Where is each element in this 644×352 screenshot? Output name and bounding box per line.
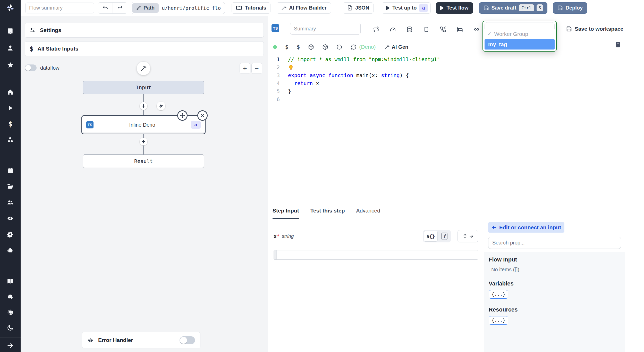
book-open-icon xyxy=(236,5,242,11)
search-prop-input[interactable] xyxy=(488,237,621,249)
step-node-selected[interactable]: TS Inline Deno a xyxy=(81,115,206,134)
bot-icon[interactable] xyxy=(5,247,15,254)
step-id-badge: a xyxy=(191,121,201,129)
error-handler-card[interactable]: Error Handler xyxy=(82,332,200,348)
typescript-badge: TS xyxy=(86,121,94,128)
windmill-logo[interactable] xyxy=(0,0,21,16)
kbd-s: S xyxy=(537,4,543,11)
audit-eye-icon[interactable] xyxy=(5,215,15,222)
sleep-bed-icon[interactable] xyxy=(457,26,463,32)
variables-dollar-icon[interactable]: $ xyxy=(5,120,15,128)
docs-book-icon[interactable] xyxy=(5,278,15,285)
delete-step-button[interactable] xyxy=(197,110,208,121)
variables-object-chip[interactable]: {...} xyxy=(489,290,508,299)
step-editor: TS Save to workspace $ $ (Deno) xyxy=(268,16,644,352)
worker-group-option[interactable]: ✓ Worker Group xyxy=(484,29,555,39)
tab-advanced[interactable]: Advanced xyxy=(356,203,380,219)
favorites-star-icon[interactable] xyxy=(5,61,15,69)
flow-settings-button[interactable]: Settings xyxy=(25,23,264,38)
bug-icon xyxy=(87,337,94,343)
flow-input-node[interactable]: Input xyxy=(83,81,204,94)
function-mode-button[interactable]: f xyxy=(439,231,450,242)
save-icon xyxy=(484,5,489,11)
dataflow-toggle[interactable] xyxy=(25,64,37,71)
retry-icon[interactable] xyxy=(373,26,379,32)
template-mode-button[interactable]: ${} xyxy=(424,231,438,242)
insert-step-button[interactable] xyxy=(140,138,147,145)
edge-line xyxy=(143,145,144,154)
add-variable-button[interactable]: $ xyxy=(285,44,289,50)
step-summary-input[interactable] xyxy=(290,23,361,35)
move-step-button[interactable] xyxy=(177,110,188,121)
ai-gen-button[interactable]: AI Gen xyxy=(384,44,408,50)
field-drag-notch[interactable] xyxy=(274,250,277,259)
test-up-to-button[interactable]: Test up to a xyxy=(382,2,431,14)
connect-input-button[interactable] xyxy=(457,230,478,242)
settings-gear-icon[interactable] xyxy=(5,231,15,238)
discord-icon[interactable] xyxy=(5,293,15,300)
deploy-button[interactable]: Deploy xyxy=(553,2,587,14)
test-flow-button[interactable]: Test flow xyxy=(436,2,473,14)
trigger-zap-button[interactable] xyxy=(157,102,165,110)
save-to-workspace-button[interactable]: Save to workspace xyxy=(566,26,623,32)
prop-picker-panel: Edit or connect an input Flow Input No i… xyxy=(484,219,625,352)
zoom-in-button[interactable]: + xyxy=(240,63,250,74)
play-icon xyxy=(440,6,444,10)
step-bottom-panel: Step Input Test this step Advanced x * s… xyxy=(268,203,644,352)
tab-test-this-step[interactable]: Test this step xyxy=(310,203,345,219)
sidebar-divider xyxy=(0,79,21,79)
flow-result-node[interactable]: Result xyxy=(83,154,204,168)
github-icon[interactable] xyxy=(5,309,15,316)
dataflow-label: dataflow xyxy=(40,65,60,71)
home-icon[interactable] xyxy=(5,88,15,96)
mock-icon[interactable] xyxy=(423,26,429,32)
save-draft-button[interactable]: Save draft Ctrl S xyxy=(479,2,548,14)
assistant-refresh[interactable]: (Deno) xyxy=(351,44,376,50)
cache-database-icon[interactable] xyxy=(406,26,413,32)
resources-object-chip[interactable]: {...} xyxy=(489,316,508,325)
library-icon[interactable] xyxy=(615,41,621,48)
redo-button[interactable] xyxy=(113,3,127,13)
code-editor[interactable]: 123456 // import * as wmill from "npm:wi… xyxy=(268,53,618,203)
dollar-icon: $ xyxy=(30,45,33,52)
undo-button[interactable] xyxy=(98,3,113,13)
path-label[interactable]: Path xyxy=(132,3,159,13)
groups-users-icon[interactable] xyxy=(5,199,15,206)
suspend-phone-icon[interactable] xyxy=(440,26,446,32)
all-static-inputs-button[interactable]: $ All Static Inputs xyxy=(25,41,264,56)
tab-step-input[interactable]: Step Input xyxy=(273,203,299,219)
package-icon[interactable] xyxy=(322,44,328,50)
step-id-badge: a xyxy=(419,4,428,12)
resources-boxes-icon[interactable] xyxy=(5,136,15,144)
field-value-input[interactable] xyxy=(277,250,478,259)
ai-graph-wand-button[interactable] xyxy=(137,61,150,75)
concurrency-icon[interactable] xyxy=(473,26,480,32)
reset-rotate-ccw-icon[interactable] xyxy=(336,44,342,50)
expand-sidebar-arrow-icon[interactable] xyxy=(5,342,15,349)
schedules-calendar-icon[interactable] xyxy=(5,167,15,174)
flow-graph-panel: Settings $ All Static Inputs dataflow + … xyxy=(21,16,268,352)
worker-group-selected-option[interactable]: my_tag xyxy=(485,39,555,50)
user-icon[interactable] xyxy=(5,44,15,52)
package-icon[interactable] xyxy=(308,44,314,50)
early-stop-gauge-icon[interactable] xyxy=(390,26,396,32)
flow-summary-input[interactable] xyxy=(25,3,94,13)
edit-or-connect-chip[interactable]: Edit or connect an input xyxy=(488,222,564,233)
add-static-variable-button[interactable]: $ xyxy=(297,44,300,50)
runs-play-icon[interactable] xyxy=(5,104,15,112)
error-handler-toggle[interactable] xyxy=(180,336,195,344)
folders-icon[interactable] xyxy=(5,183,15,190)
workspace-icon[interactable] xyxy=(5,27,15,35)
ai-flow-builder-button[interactable]: AI Flow Builder xyxy=(277,2,331,14)
windmill-logo-icon xyxy=(6,4,15,12)
step-input-form: x * string ${} f xyxy=(268,219,484,352)
zoom-out-button[interactable]: − xyxy=(251,63,262,74)
path-input[interactable] xyxy=(159,5,224,11)
sliders-icon xyxy=(30,27,36,33)
json-button[interactable]: JSON xyxy=(343,2,374,14)
step-settings-icons xyxy=(373,26,480,32)
flow-input-title: Flow Input xyxy=(489,256,621,263)
insert-step-button[interactable] xyxy=(140,102,147,110)
dark-mode-moon-icon[interactable] xyxy=(5,324,15,331)
tutorials-button[interactable]: Tutorials xyxy=(232,2,270,14)
